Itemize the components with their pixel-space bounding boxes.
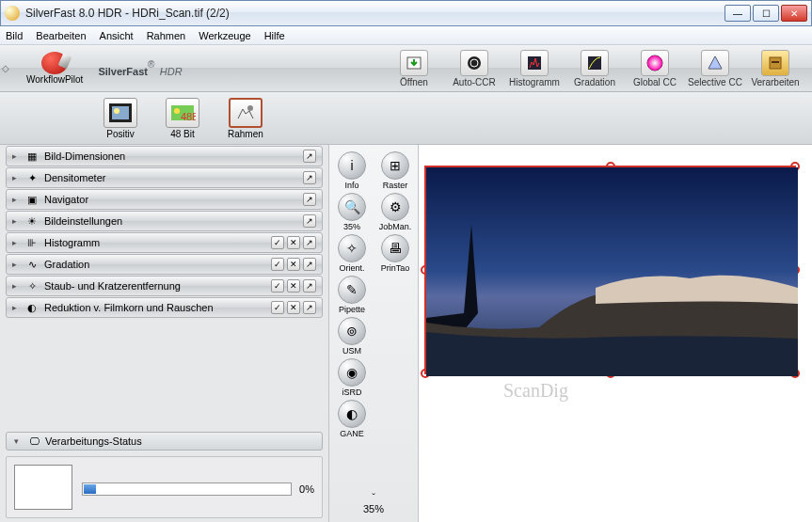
popout-icon[interactable]: ↗ [303,150,316,163]
status-small-icon: 🖵 [29,435,40,447]
menu-bearbeiten[interactable]: Bearbeiten [36,30,86,41]
popout-icon[interactable]: ↗ [303,236,316,249]
usm-button[interactable]: ⊚USM [333,317,371,356]
vertical-toolbar: iInfo⊞Raster🔍35%⚙JobMan.✧Orient.🖶PrinTao… [329,145,419,522]
zoom-footer: ˇ 35% [359,488,388,518]
pipette-icon: ✎ [338,276,366,304]
chevron-down-icon[interactable]: ˇ [363,492,384,503]
positiv-button[interactable]: Positiv [103,98,137,139]
panel-bildeinstellungen[interactable]: ▸☀Bildeinstellungen↗ [6,211,323,231]
panel-reduktion-v-filmkorn-und-rauschen[interactable]: ▸◐Reduktion v. Filmkorn und Rauschen✓✕↗ [6,297,323,318]
gane-button[interactable]: ◐GANE [333,400,371,438]
x-icon[interactable]: ✕ [287,301,300,314]
panel-staub-und-kratzerentfernung[interactable]: ▸✧Staub- und Kratzerentfernung✓✕↗ [6,276,323,296]
popout-icon[interactable]: ↗ [303,193,316,206]
menu-hilfe[interactable]: Hilfe [264,30,285,41]
popout-icon[interactable]: ↗ [303,214,316,228]
positiv-icon [103,98,137,128]
selectivecc-icon [701,50,729,76]
svg-point-11 [114,108,119,114]
autoccr-button[interactable]: Auto-CCR [447,50,502,87]
process-button[interactable]: Verarbeiten [748,50,803,87]
info-button[interactable]: iInfo [333,151,371,190]
brand-toolbar: ◇ WorkflowPilot SilverFast® HDR Öffnen A… [0,45,812,92]
chevron-right-icon: ▸ [12,195,20,204]
gradation-button[interactable]: Gradation [567,50,622,87]
histogram-icon [520,50,549,76]
scan-frame[interactable]: 2 [424,166,796,374]
orient-button[interactable]: ✧Orient. [333,234,371,273]
tool-label: PrinTao [381,263,410,273]
tool-label: 35% [343,222,360,231]
check-icon[interactable]: ✓ [271,258,284,271]
raster-button[interactable]: ⊞Raster [376,151,414,190]
maximize-button[interactable]: ☐ [753,5,779,22]
menu-bar: Bild Bearbeiten Ansicht Rahmen Werkzeuge… [0,26,812,45]
svg-text:48Bit: 48Bit [181,111,196,122]
mode-toolbar: Positiv 48Bit48 Bit Rahmen [0,92,329,145]
histogram-button[interactable]: Histogramm [507,50,562,87]
panel-bild-dimensionen[interactable]: ▸▦Bild-Dimensionen↗ [6,146,323,166]
status-title: Verarbeitungs-Status [45,435,142,447]
tool-label: Info [344,181,358,190]
panel-gradation[interactable]: ▸∿Gradation✓✕↗ [6,254,323,275]
popout-icon[interactable]: ↗ [303,258,316,271]
close-button[interactable]: ✕ [781,5,807,22]
rahmen-button[interactable]: Rahmen [228,98,263,139]
isrd-button[interactable]: ◉iSRD [333,358,371,397]
preview-pane[interactable]: 2 ScanDig [419,145,812,522]
48bit-button[interactable]: 48Bit48 Bit [166,98,199,139]
x-icon[interactable]: ✕ [287,279,300,293]
x-icon[interactable]: ✕ [287,258,300,271]
panel-navigator[interactable]: ▸▣Navigator↗ [6,189,323,210]
35%-icon: 🔍 [338,193,366,221]
open-button[interactable]: Öffnen [387,50,441,87]
progress-percent: 0% [299,483,314,495]
35-button[interactable]: 🔍35% [333,193,371,231]
menu-rahmen[interactable]: Rahmen [147,30,186,41]
svg-point-15 [247,105,253,111]
tool-label: Raster [383,181,408,190]
pipette-button[interactable]: ✎Pipette [333,276,371,314]
status-header[interactable]: ▾ 🖵 Verarbeitungs-Status [6,432,323,451]
pin-icon[interactable]: ◇ [2,63,9,73]
usm-icon: ⊚ [338,317,366,345]
check-icon[interactable]: ✓ [271,279,284,293]
selectivecc-button[interactable]: Selective CC [688,50,742,87]
svg-point-1 [468,56,481,70]
panel-densitometer[interactable]: ▸✦Densitometer↗ [6,167,323,188]
x-icon[interactable]: ✕ [287,236,300,249]
chevron-right-icon: ▸ [12,238,20,247]
status-thumbnail [14,465,72,510]
workflow-pilot-button[interactable]: WorkflowPilot [17,50,92,87]
globalcc-icon [641,50,669,76]
panel-label: Staub- und Kratzerentfernung [44,280,271,292]
workflowpilot-icon [41,52,68,74]
panel-icon: ☀ [25,214,39,228]
chevron-right-icon: ▸ [12,281,20,291]
panel-icon: ✦ [25,171,39,184]
svg-rect-10 [112,106,129,119]
globalcc-button[interactable]: Global CC [628,50,682,87]
48bit-icon: 48Bit [166,98,199,128]
panel-label: Reduktion v. Filmkorn und Rauschen [44,302,271,313]
panel-icon: ⊪ [25,236,39,249]
check-icon[interactable]: ✓ [271,236,284,249]
panel-histogramm[interactable]: ▸⊪Histogramm✓✕↗ [6,232,323,253]
popout-icon[interactable]: ↗ [303,301,316,314]
check-icon[interactable]: ✓ [271,301,284,314]
chevron-right-icon: ▸ [12,260,20,269]
panel-label: Histogramm [44,237,271,248]
minimize-button[interactable]: — [724,5,751,22]
panel-icon: ▦ [25,150,39,163]
workflowpilot-label: WorkflowPilot [26,74,83,85]
popout-icon[interactable]: ↗ [303,279,316,293]
menu-bild[interactable]: Bild [6,30,23,41]
popout-icon[interactable]: ↗ [303,171,316,184]
jobman-button[interactable]: ⚙JobMan. [376,193,414,231]
tool-label: JobMan. [379,222,412,231]
menu-ansicht[interactable]: Ansicht [100,30,134,41]
menu-werkzeuge[interactable]: Werkzeuge [199,30,250,41]
printao-button[interactable]: 🖶PrinTao [376,234,414,273]
process-icon [761,50,789,76]
